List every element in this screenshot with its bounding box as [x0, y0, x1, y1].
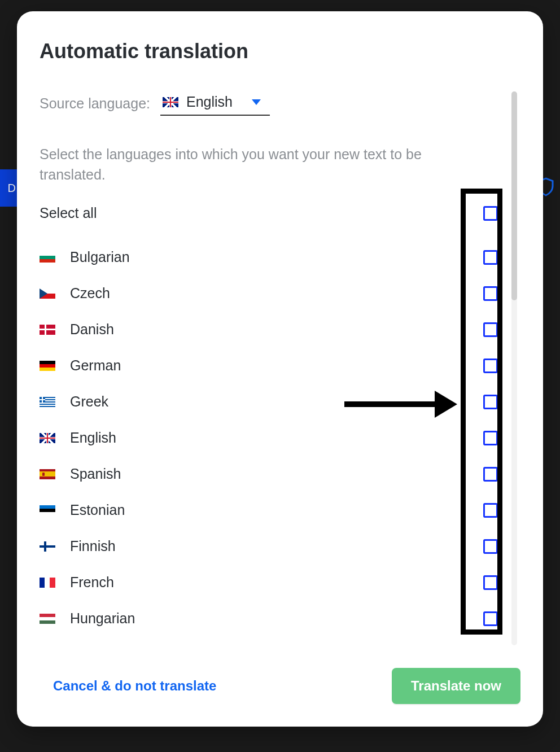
flag-gb-icon	[163, 97, 178, 107]
language-row-english[interactable]: English	[40, 420, 498, 456]
modal-scroll-area: Source language: English Select the lang…	[40, 91, 520, 645]
flag-es-icon	[40, 469, 55, 479]
select-all-row[interactable]: Select all	[40, 195, 498, 231]
flag-hu-icon	[40, 614, 55, 624]
language-checkbox-finnish[interactable]	[483, 539, 498, 554]
flag-ee-icon	[40, 505, 55, 515]
flag-gr-icon	[40, 397, 55, 407]
flag-dk-icon	[40, 325, 55, 335]
scrollbar-thumb[interactable]	[511, 91, 517, 300]
language-checkbox-french[interactable]	[483, 575, 498, 590]
language-label: Estonian	[70, 502, 125, 518]
instruction-text: Select the languages into which you want…	[40, 144, 457, 185]
flag-bg-icon	[40, 252, 55, 263]
language-checkbox-greek[interactable]	[483, 395, 498, 409]
modal-scroll-content: Source language: English Select the lang…	[40, 91, 520, 645]
language-row-estonian[interactable]: Estonian	[40, 492, 498, 528]
language-row-czech[interactable]: Czech	[40, 276, 498, 312]
flag-cz-icon	[40, 288, 55, 299]
language-checkbox-estonian[interactable]	[483, 503, 498, 518]
source-language-value: English	[186, 94, 233, 110]
flag-fi-icon	[40, 541, 55, 552]
language-label: Hungarian	[70, 610, 135, 627]
language-list: BulgarianCzechDanishGermanGreekEnglishSp…	[40, 239, 498, 637]
translation-modal: Automatic translation Source language: E…	[17, 11, 543, 727]
translate-now-button[interactable]: Translate now	[392, 668, 520, 704]
language-label: Spanish	[70, 466, 121, 482]
language-label: Danish	[70, 321, 114, 338]
language-label: Bulgarian	[70, 249, 130, 265]
modal-title: Automatic translation	[40, 40, 520, 63]
language-label: Czech	[70, 285, 110, 301]
modal-footer: Cancel & do not translate Translate now	[40, 645, 520, 704]
language-checkbox-danish[interactable]	[483, 322, 498, 337]
cancel-button[interactable]: Cancel & do not translate	[40, 670, 230, 702]
select-all-checkbox[interactable]	[483, 206, 498, 221]
language-label: German	[70, 357, 121, 374]
source-language-row: Source language: English	[40, 91, 498, 116]
language-row-hungarian[interactable]: Hungarian	[40, 601, 498, 637]
language-checkbox-spanish[interactable]	[483, 467, 498, 482]
source-language-select[interactable]: English	[160, 91, 270, 116]
language-label: Greek	[70, 394, 108, 410]
language-row-finnish[interactable]: Finnish	[40, 528, 498, 565]
language-label: Finnish	[70, 538, 116, 554]
language-label: English	[70, 430, 116, 446]
language-checkbox-bulgarian[interactable]	[483, 250, 498, 265]
language-label: French	[70, 574, 114, 591]
flag-fr-icon	[40, 578, 55, 588]
language-row-french[interactable]: French	[40, 565, 498, 601]
background-fragment: D	[0, 169, 17, 207]
language-checkbox-german[interactable]	[483, 358, 498, 373]
language-checkbox-czech[interactable]	[483, 286, 498, 301]
language-checkbox-hungarian[interactable]	[483, 611, 498, 626]
flag-gb-icon	[40, 433, 55, 443]
language-row-spanish[interactable]: Spanish	[40, 456, 498, 492]
language-row-danish[interactable]: Danish	[40, 312, 498, 348]
modal-backdrop: D Automatic translation Source language:…	[0, 0, 560, 752]
select-all-label: Select all	[40, 205, 97, 221]
language-row-greek[interactable]: Greek	[40, 384, 498, 420]
source-language-label: Source language:	[40, 95, 150, 112]
flag-de-icon	[40, 361, 55, 371]
language-row-german[interactable]: German	[40, 348, 498, 384]
language-checkbox-english[interactable]	[483, 431, 498, 445]
chevron-down-icon	[252, 99, 261, 105]
language-row-bulgarian[interactable]: Bulgarian	[40, 239, 498, 276]
